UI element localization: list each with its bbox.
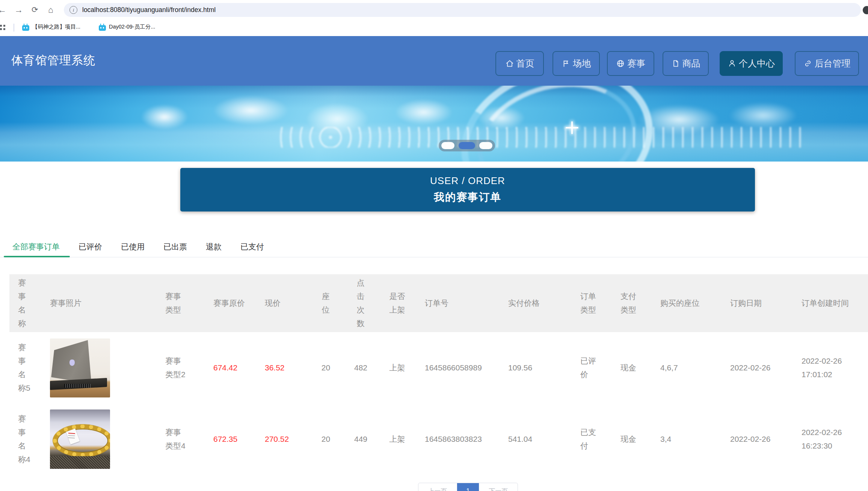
bought-seats: 4,6,7 — [660, 361, 678, 375]
col-header: 点击次数 — [354, 276, 367, 330]
current-page-button[interactable]: 1 — [457, 483, 479, 491]
bookmark-label[interactable]: 【码神之路】项目... — [32, 23, 80, 30]
active-tab-underline — [4, 256, 70, 257]
link-icon — [803, 59, 812, 68]
current-price: 36.52 — [265, 361, 291, 375]
nav-label: 赛事 — [627, 57, 645, 69]
order-type: 已支付 — [580, 426, 602, 453]
event-photo — [50, 409, 110, 469]
table-row: 赛事名称4 赛事类型4 672.35 270.52 20 449 上架 1645… — [9, 403, 868, 475]
col-header: 现价 — [265, 296, 291, 310]
col-header: 购买的座位 — [660, 296, 700, 310]
site-header: 体育馆管理系统 首页 场地 赛事 商品 个人中心 后台管理 — [0, 36, 868, 86]
order-number: 1645866058989 — [425, 361, 482, 375]
bookmark-item[interactable]: 【码神之路】项目... — [22, 23, 80, 31]
bookmark-item[interactable]: Day02-09-员工分... — [99, 23, 155, 31]
created-time: 2022-02-26 16:23:30 — [802, 426, 862, 453]
home-icon — [505, 59, 514, 68]
tab-used[interactable]: 已使用 — [121, 240, 145, 253]
click-count: 482 — [354, 361, 367, 375]
carousel-dot[interactable] — [479, 142, 492, 149]
table-row: 赛事名称5 赛事类型2 674.42 36.52 20 482 上架 16458… — [9, 332, 868, 403]
carousel-dot-active[interactable] — [459, 142, 475, 149]
back-icon[interactable]: ← — [0, 5, 6, 15]
order-filter-tabs: 全部赛事订单 已评价 已使用 已出票 退款 已支付 — [12, 240, 264, 253]
tab-ticketed[interactable]: 已出票 — [163, 240, 187, 253]
nav-admin-button[interactable]: 后台管理 — [795, 51, 859, 76]
nav-profile-button[interactable]: 个人中心 — [720, 51, 783, 76]
tab-all-orders[interactable]: 全部赛事订单 — [12, 240, 60, 253]
nav-label: 商品 — [682, 57, 700, 69]
event-type: 赛事类型4 — [165, 426, 187, 453]
order-type: 已评价 — [580, 354, 602, 381]
col-header: 订单号 — [425, 296, 448, 310]
seats: 20 — [320, 361, 332, 375]
col-header: 赛事照片 — [50, 296, 82, 310]
home-icon[interactable]: ⌂ — [48, 5, 53, 15]
col-header: 是否上架 — [387, 290, 408, 317]
browser-toolbar: ← → ⟳ ⌂ i localhost:8080/tiyuguanguanli/… — [0, 0, 868, 20]
bilibili-icon — [22, 25, 29, 31]
prev-page-button[interactable]: 上一页 — [418, 483, 457, 491]
tab-reviewed[interactable]: 已评价 — [78, 240, 102, 253]
col-header: 支付类型 — [620, 290, 642, 317]
col-header: 订单创建时间 — [802, 296, 862, 310]
table-header-row: 赛事名称 赛事照片 赛事类型 赛事原价 现价 座位 点击次数 是否上架 订单号 … — [9, 274, 868, 332]
site-info-icon[interactable]: i — [69, 6, 77, 14]
col-header: 赛事类型 — [165, 290, 187, 317]
tab-refund[interactable]: 退款 — [206, 240, 222, 253]
listed-status: 上架 — [387, 361, 408, 375]
paid-price: 541.04 — [508, 432, 532, 446]
site-title: 体育馆管理系统 — [11, 53, 95, 68]
url-text[interactable]: localhost:8080/tiyuguanguanli/front/inde… — [82, 6, 216, 14]
apps-grid-icon[interactable] — [0, 25, 5, 30]
col-header: 赛事原价 — [213, 296, 247, 310]
tabs-divider — [0, 257, 868, 257]
created-time: 2022-02-26 17:01:02 — [802, 354, 862, 381]
goods-icon — [671, 59, 680, 68]
order-date: 2022-02-26 — [730, 361, 770, 375]
nav-event-button[interactable]: 赛事 — [607, 51, 654, 76]
orders-table: 赛事名称 赛事照片 赛事类型 赛事原价 现价 座位 点击次数 是否上架 订单号 … — [9, 274, 868, 475]
pay-type: 现金 — [620, 361, 642, 375]
page-title: 我的赛事订单 — [434, 190, 501, 204]
hero-sparkle-art — [566, 121, 578, 134]
browser-profile-icon[interactable] — [863, 6, 868, 14]
nav-goods-button[interactable]: 商品 — [663, 51, 709, 76]
address-bar[interactable]: i localhost:8080/tiyuguanguanli/front/in… — [64, 3, 861, 17]
hero-carousel — [0, 86, 868, 162]
carousel-dot[interactable] — [441, 142, 454, 149]
event-type: 赛事类型2 — [165, 354, 187, 381]
pay-type: 现金 — [620, 432, 642, 446]
globe-icon — [616, 59, 625, 68]
nav-label: 个人中心 — [739, 57, 775, 69]
pagination: 上一页 1 下一页 — [418, 483, 518, 491]
person-icon — [728, 59, 737, 68]
seats: 20 — [320, 432, 332, 446]
banner-eyebrow: USER / ORDER — [430, 175, 505, 187]
event-name: 赛事名称4 — [18, 412, 32, 466]
bought-seats: 3,4 — [660, 432, 671, 446]
listed-status: 上架 — [387, 432, 408, 446]
next-page-button[interactable]: 下一页 — [479, 483, 518, 491]
forward-icon[interactable]: → — [14, 5, 23, 15]
order-number: 1645863803823 — [425, 432, 482, 446]
app-root: ← → ⟳ ⌂ i localhost:8080/tiyuguanguanli/… — [0, 0, 868, 491]
col-header: 订购日期 — [730, 296, 762, 310]
paid-price: 109.56 — [508, 361, 532, 375]
col-header: 实付价格 — [508, 296, 540, 310]
tab-paid[interactable]: 已支付 — [240, 240, 264, 253]
bookmark-label[interactable]: Day02-09-员工分... — [109, 23, 155, 30]
col-header: 座位 — [320, 290, 332, 317]
original-price: 672.35 — [213, 432, 247, 446]
nav-home-button[interactable]: 首页 — [495, 51, 544, 76]
original-price: 674.42 — [213, 361, 247, 375]
order-date: 2022-02-26 — [730, 432, 770, 446]
bookmarks-bar: 【码神之路】项目... Day02-09-员工分... — [0, 20, 868, 36]
col-header: 赛事名称 — [18, 276, 32, 330]
reload-icon[interactable]: ⟳ — [32, 5, 38, 15]
nav-venue-button[interactable]: 场地 — [553, 51, 600, 76]
event-name: 赛事名称5 — [18, 341, 32, 395]
bilibili-icon — [99, 25, 106, 31]
col-header: 订单类型 — [580, 290, 602, 317]
